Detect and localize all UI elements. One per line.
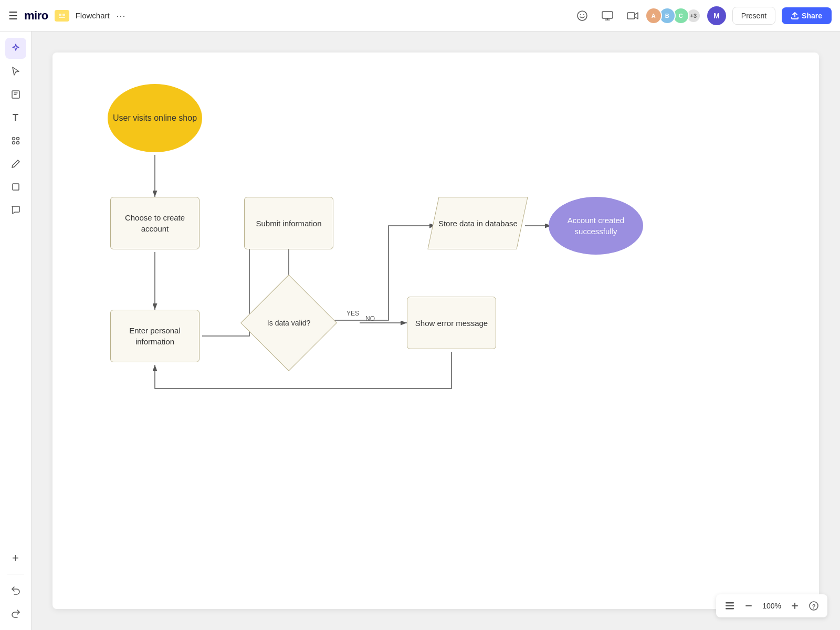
svg-point-13 — [16, 142, 19, 144]
sidebar-apps-button[interactable] — [5, 130, 26, 151]
zoom-in-icon[interactable] — [788, 598, 802, 613]
flowchart: YES NO User visits online shop Choose to… — [94, 84, 620, 478]
topbar: ☰ miro Flowchart ⋯ — [0, 0, 840, 32]
sidebar-comment-button[interactable] — [5, 200, 26, 220]
present-button[interactable]: Present — [732, 7, 775, 25]
node-choose-create[interactable]: Choose to create account — [110, 197, 200, 249]
more-options-icon[interactable]: ⋯ — [116, 10, 125, 22]
board-icon — [55, 10, 69, 22]
svg-rect-23 — [726, 608, 734, 610]
sidebar-sticky-button[interactable] — [5, 84, 26, 105]
logo: miro — [24, 9, 48, 23]
svg-point-10 — [12, 138, 15, 140]
svg-point-11 — [16, 138, 19, 140]
board[interactable]: YES NO User visits online shop Choose to… — [52, 52, 819, 609]
list-view-icon[interactable] — [722, 598, 737, 613]
sidebar-select-button[interactable] — [5, 61, 26, 82]
node-enter-personal[interactable]: Enter personal information — [110, 310, 200, 362]
node-show-error[interactable]: Show error message — [407, 297, 496, 349]
bottombar: 100% ? — [716, 594, 827, 617]
reaction-icon[interactable] — [573, 6, 592, 25]
svg-point-12 — [12, 142, 15, 144]
zoom-out-icon[interactable] — [741, 598, 756, 613]
svg-rect-22 — [726, 605, 734, 607]
yes-label: YES — [346, 310, 359, 317]
sidebar-pen-button[interactable] — [5, 153, 26, 174]
share-label: Share — [802, 12, 822, 20]
canvas-area[interactable]: YES NO User visits online shop Choose to… — [32, 32, 840, 630]
svg-rect-2 — [62, 14, 65, 16]
sidebar-ai-button[interactable] — [5, 38, 26, 59]
sidebar-text-button[interactable]: T — [5, 107, 26, 128]
video-icon[interactable] — [623, 6, 642, 25]
svg-rect-3 — [59, 17, 65, 18]
svg-point-4 — [578, 11, 587, 20]
svg-text:?: ? — [812, 603, 816, 610]
collaborators-avatars: A B C +3 — [648, 7, 701, 24]
svg-rect-1 — [59, 14, 61, 16]
svg-rect-21 — [726, 602, 734, 604]
avatar-1: A — [645, 7, 662, 24]
board-name[interactable]: Flowchart — [76, 11, 110, 20]
node-submit-info[interactable]: Submit information — [244, 197, 333, 249]
sidebar-frame-button[interactable] — [5, 176, 26, 197]
svg-rect-8 — [627, 13, 635, 19]
no-label: NO — [365, 315, 375, 322]
help-icon[interactable]: ? — [806, 598, 821, 613]
zoom-level: 100% — [760, 602, 783, 610]
node-account-created[interactable]: Account created successfully — [549, 197, 643, 255]
sidebar-redo-button[interactable] — [5, 603, 26, 624]
node-store-data[interactable]: Store data in database — [427, 197, 528, 249]
svg-point-5 — [580, 14, 581, 15]
sidebar-undo-button[interactable] — [5, 580, 26, 601]
node-is-data-valid[interactable]: Is data valid? — [240, 275, 337, 371]
sidebar: T + — [0, 32, 32, 630]
menu-icon[interactable]: ☰ — [8, 9, 18, 22]
svg-rect-7 — [602, 12, 613, 18]
svg-rect-14 — [13, 184, 19, 190]
node-user-visits[interactable]: User visits online shop — [108, 84, 202, 152]
my-avatar[interactable]: M — [707, 6, 726, 25]
sidebar-divider — [7, 574, 24, 574]
svg-point-6 — [583, 14, 584, 15]
presentation-icon[interactable] — [598, 6, 617, 25]
sidebar-add-button[interactable]: + — [5, 548, 26, 569]
svg-rect-0 — [58, 12, 66, 19]
share-button[interactable]: Share — [782, 7, 832, 24]
